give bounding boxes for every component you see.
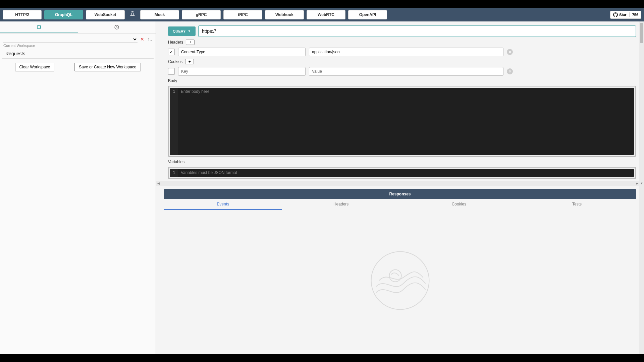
body-editor[interactable]: 1 Enter body here: [170, 88, 634, 155]
sort-icon[interactable]: ↑↓: [147, 37, 153, 42]
method-dropdown[interactable]: QUERY ▼: [168, 26, 196, 36]
scroll-right-icon[interactable]: ▶: [635, 181, 639, 186]
star-count: 756: [630, 13, 641, 17]
chevron-down-icon: ▼: [188, 29, 191, 33]
cookies-label: Cookies: [168, 59, 182, 64]
tab-trpc[interactable]: tRPC: [223, 10, 262, 19]
line-gutter: 1: [170, 88, 178, 155]
github-star-widget[interactable]: Star 756: [610, 11, 641, 19]
line-gutter: 1: [170, 169, 178, 177]
scroll-down-icon[interactable]: ▼: [639, 181, 644, 186]
sidebar-tab-history[interactable]: [78, 21, 156, 33]
variables-editor-wrap: 1 Variables must be JSON format: [168, 167, 636, 179]
header-row: ✓ ✕: [168, 48, 636, 56]
response-tab-headers[interactable]: Headers: [282, 199, 400, 210]
method-label: QUERY: [173, 29, 186, 33]
clear-workspace-button[interactable]: Clear Workspace: [15, 63, 55, 71]
workspace-label: Current Workspace: [0, 43, 156, 50]
response-tab-events[interactable]: Events: [164, 199, 282, 210]
header-enabled-checkbox[interactable]: ✓: [168, 49, 175, 55]
star-label: Star: [619, 13, 626, 17]
responses-body: [164, 210, 636, 351]
body-label: Body: [168, 78, 177, 83]
close-icon[interactable]: ✕: [140, 37, 145, 42]
delete-cookie-icon[interactable]: ✕: [507, 68, 513, 74]
vertical-scrollbar[interactable]: [639, 21, 644, 354]
github-icon: [613, 12, 618, 17]
variables-editor[interactable]: 1 Variables must be JSON format: [170, 169, 634, 177]
cookie-key-input[interactable]: [178, 67, 306, 76]
responses-header: Responses: [164, 189, 636, 199]
content: QUERY ▼ Headers + ✓ ✕ Cookies: [156, 21, 644, 354]
cookie-row: ✕: [168, 67, 636, 76]
tab-webrtc[interactable]: WebRTC: [307, 10, 345, 19]
tab-http2[interactable]: HTTP/2: [3, 10, 42, 19]
flask-icon: [127, 11, 138, 19]
add-header-button[interactable]: +: [186, 40, 195, 45]
tab-webhook[interactable]: Webhook: [265, 10, 304, 19]
briefcase-icon: [36, 24, 42, 30]
variables-placeholder: Variables must be JSON format: [178, 169, 634, 177]
tab-grpc[interactable]: gRPC: [182, 10, 221, 19]
tab-graphql[interactable]: GraphQL: [44, 10, 83, 19]
wave-logo-icon: [370, 250, 430, 311]
add-cookie-button[interactable]: +: [185, 59, 194, 64]
horizontal-scrollbar[interactable]: ◀ ▶ ▼: [156, 181, 644, 186]
cookie-value-input[interactable]: [309, 67, 503, 76]
response-tab-cookies[interactable]: Cookies: [400, 199, 518, 210]
tab-mock[interactable]: Mock: [140, 10, 179, 19]
topbar: HTTP/2 GraphQL WebSocket Mock gRPC tRPC …: [0, 8, 644, 21]
clock-icon: [114, 24, 119, 30]
variables-label: Variables: [168, 160, 184, 164]
requests-title: Requests: [2, 50, 154, 59]
url-input[interactable]: [198, 25, 636, 37]
svg-point-1: [371, 251, 429, 309]
body-placeholder: Enter body here: [178, 88, 634, 155]
cookie-enabled-checkbox[interactable]: [168, 68, 175, 75]
response-tab-tests[interactable]: Tests: [518, 199, 636, 210]
svg-point-2: [389, 269, 401, 282]
sidebar-tab-workspace[interactable]: [0, 21, 78, 33]
header-key-input[interactable]: [178, 48, 306, 56]
sidebar: ✕ ↑↓ Current Workspace Requests Clear Wo…: [0, 21, 156, 354]
header-value-input[interactable]: [309, 48, 503, 56]
headers-label: Headers: [168, 40, 183, 45]
save-workspace-button[interactable]: Save or Create New Workspace: [74, 63, 141, 71]
tab-openapi[interactable]: OpenAPI: [348, 10, 387, 19]
scroll-left-icon[interactable]: ◀: [156, 181, 161, 186]
tab-websocket[interactable]: WebSocket: [86, 10, 125, 19]
body-editor-wrap: 1 Enter body here: [168, 86, 636, 157]
delete-header-icon[interactable]: ✕: [507, 49, 513, 55]
workspace-select[interactable]: [3, 36, 138, 43]
